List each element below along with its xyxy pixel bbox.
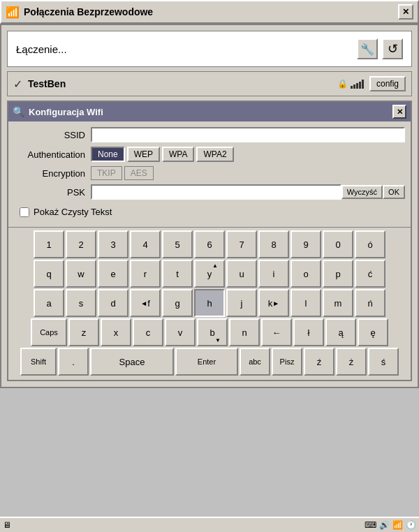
key-abc[interactable]: abc — [240, 348, 270, 376]
key-2[interactable]: 2 — [66, 230, 96, 258]
form-area: SSID Authentication None WEP WPA WPA2 En… — [8, 121, 411, 227]
key-1[interactable]: 1 — [34, 230, 64, 258]
key-i[interactable]: i — [258, 260, 289, 288]
key-7[interactable]: 7 — [226, 230, 257, 258]
auth-button-group: None WEP WPA WPA2 — [91, 147, 234, 162]
key-v[interactable]: v — [165, 318, 196, 346]
checkbox-label: Pokaż Czysty Tekst — [34, 207, 112, 217]
status-section: Łączenie... 🔧 ↺ — [7, 31, 412, 67]
show-plain-text-checkbox[interactable] — [20, 207, 29, 217]
key-u[interactable]: u — [226, 260, 257, 288]
key-l-stroke[interactable]: ł — [293, 318, 324, 346]
auth-row: Authentication None WEP WPA WPA2 — [14, 147, 405, 162]
key-h[interactable]: h — [194, 289, 225, 317]
window-close-button[interactable]: ✕ — [398, 4, 413, 20]
wifi-config-dialog: 🔍 Konfiguracja Wifi ✕ SSID Authenticatio… — [7, 101, 412, 381]
key-z[interactable]: z — [68, 318, 99, 346]
key-9[interactable]: 9 — [291, 230, 321, 258]
lock-icon: 🔒 — [337, 79, 348, 89]
key-shift[interactable]: Shift — [20, 348, 57, 376]
key-n-acute[interactable]: ń — [355, 289, 385, 317]
key-p[interactable]: p — [323, 260, 353, 288]
key-5[interactable]: 5 — [162, 230, 193, 258]
key-d[interactable]: d — [98, 289, 128, 317]
signal-bars — [351, 79, 364, 89]
enc-aes-button[interactable]: AES — [124, 166, 154, 180]
key-r[interactable]: r — [130, 260, 161, 288]
clear-button[interactable]: Wyczyść — [341, 185, 383, 199]
key-y[interactable]: ▲y — [194, 260, 225, 288]
key-b[interactable]: b▼ — [197, 318, 228, 346]
signal-area: 🔒 — [337, 79, 364, 89]
config-button[interactable]: config — [369, 76, 406, 91]
enc-label: Encryption — [14, 168, 91, 179]
key-l[interactable]: l — [291, 289, 321, 317]
key-3[interactable]: 3 — [98, 230, 128, 258]
key-backspace[interactable]: ← — [261, 318, 292, 346]
key-6[interactable]: 6 — [194, 230, 225, 258]
psk-label: PSK — [14, 187, 91, 198]
key-a[interactable]: a — [34, 289, 64, 317]
signal-bar-1 — [351, 86, 353, 89]
key-pisz[interactable]: Pisz — [272, 348, 302, 376]
key-o-acute[interactable]: ó — [355, 230, 385, 258]
auth-wpa2-button[interactable]: WPA2 — [196, 147, 233, 162]
key-j[interactable]: j — [226, 289, 257, 317]
key-f[interactable]: ◄f — [130, 289, 161, 317]
key-e-ogonek[interactable]: ę — [358, 318, 388, 346]
key-t[interactable]: t — [162, 260, 193, 288]
key-caps[interactable]: Caps — [31, 318, 67, 346]
key-space[interactable]: Space — [90, 348, 174, 376]
key-o[interactable]: o — [291, 260, 321, 288]
ok-button[interactable]: OK — [383, 185, 405, 199]
signal-bar-4 — [359, 82, 361, 89]
psk-input[interactable] — [91, 184, 341, 200]
key-c-acute[interactable]: ć — [355, 260, 385, 288]
dialog-title: Konfiguracja Wifi — [29, 107, 388, 117]
enc-row: Encryption TKIP AES — [14, 166, 405, 180]
dialog-title-bar: 🔍 Konfiguracja Wifi ✕ — [8, 102, 411, 121]
key-z-dot[interactable]: ż — [336, 348, 367, 376]
key-g[interactable]: g — [162, 289, 193, 317]
taskbar-start-icon[interactable]: 🖥 — [3, 520, 11, 530]
ssid-input[interactable] — [91, 127, 405, 142]
key-4[interactable]: 4 — [130, 230, 161, 258]
key-s[interactable]: s — [66, 289, 96, 317]
key-0[interactable]: 0 — [323, 230, 353, 258]
keyboard-row-1: 1 2 3 4 5 6 7 8 9 0 ó — [11, 230, 408, 258]
signal-bar-2 — [353, 84, 355, 89]
key-m[interactable]: m — [323, 289, 353, 317]
key-e[interactable]: e — [98, 260, 128, 288]
key-q[interactable]: q — [34, 260, 64, 288]
key-c[interactable]: c — [133, 318, 163, 346]
key-s-acute[interactable]: ś — [368, 348, 399, 376]
key-n[interactable]: n — [229, 318, 260, 346]
auth-wpa-button[interactable]: WPA — [162, 147, 194, 162]
key-a-ogonek[interactable]: ą — [325, 318, 356, 346]
ssid-label: SSID — [14, 130, 91, 140]
tool-button[interactable]: 🔧 — [357, 38, 378, 59]
enc-tkip-button[interactable]: TKIP — [91, 166, 122, 180]
keyboard-row-3: a s d ◄f g h j k► l m ń — [11, 289, 408, 317]
toolbar-icons: 🔧 ↺ — [357, 38, 403, 59]
auth-wep-button[interactable]: WEP — [127, 147, 160, 162]
auth-label: Authentication — [14, 149, 91, 160]
keyboard-row-5: Shift . Space Enter abc Pisz ź ż ś — [11, 348, 408, 376]
key-z-acute[interactable]: ź — [304, 348, 335, 376]
key-8[interactable]: 8 — [258, 230, 289, 258]
dialog-close-button[interactable]: ✕ — [392, 105, 406, 119]
title-bar: 📶 Połączenia Bezprzewodowe ✕ — [0, 0, 419, 24]
psk-row: PSK Wyczyść OK — [14, 184, 405, 200]
network-row[interactable]: ✓ TestBen 🔒 config — [7, 71, 412, 96]
key-enter[interactable]: Enter — [175, 348, 238, 376]
key-w[interactable]: w — [66, 260, 96, 288]
key-dot[interactable]: . — [58, 348, 89, 376]
status-text: Łączenie... — [16, 43, 67, 55]
refresh-button[interactable]: ↺ — [382, 38, 403, 59]
outer-window: Łączenie... 🔧 ↺ ✓ TestBen 🔒 config — [0, 24, 419, 388]
key-x[interactable]: x — [101, 318, 131, 346]
keyboard: 1 2 3 4 5 6 7 8 9 0 ó q w e r — [8, 227, 411, 380]
taskbar-wifi-icon: 📶 — [392, 520, 403, 530]
auth-none-button[interactable]: None — [91, 147, 125, 162]
key-k[interactable]: k► — [258, 289, 289, 317]
